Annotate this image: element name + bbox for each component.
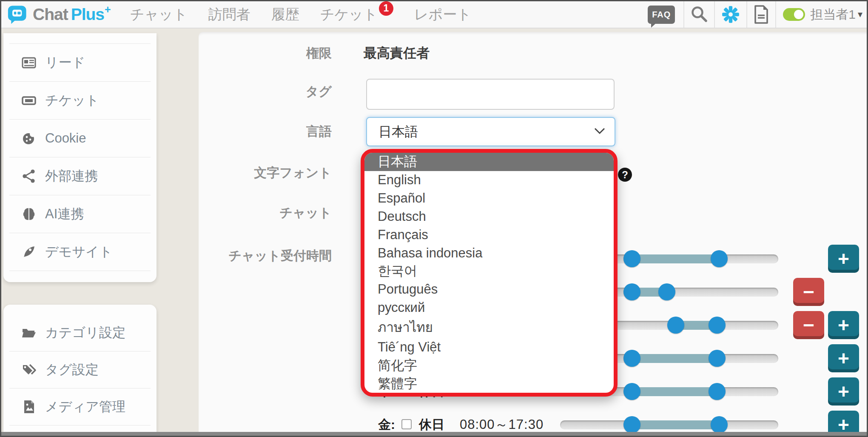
add-slot-button[interactable]: +	[828, 245, 859, 273]
sidebar-item-media[interactable]: メディア管理	[9, 388, 151, 426]
option-thai[interactable]: ภาษาไทย	[364, 317, 614, 338]
sidebar-item-category-settings[interactable]: カテゴリ設定	[9, 314, 151, 351]
toggle-knob	[794, 10, 803, 19]
option-traditional-chinese[interactable]: 繁體字	[364, 374, 614, 393]
day-row-fri-label: 金:	[378, 417, 395, 432]
divider	[714, 1, 715, 28]
media-icon	[20, 399, 37, 414]
slider-row-5-start-handle[interactable]	[623, 383, 640, 400]
nav-item-reports-label: レポート	[414, 5, 471, 24]
faq-icon[interactable]: FAQ	[648, 6, 675, 24]
language-label: 言語	[184, 124, 332, 139]
day-row-fri-holiday-label: 休日	[419, 417, 444, 432]
language-dropdown: 日本語EnglishEspañolDeutschFrançaisBahasa i…	[361, 149, 618, 397]
sidebar-item-ticket[interactable]: チケット	[9, 82, 151, 120]
option-english[interactable]: English	[364, 171, 614, 189]
nav-item-visitors[interactable]: 訪問者	[208, 5, 250, 24]
divider	[683, 1, 684, 28]
lead-icon	[20, 55, 37, 70]
user-menu[interactable]: 担当者1 ▾	[783, 6, 862, 23]
sidebar-item-cookie[interactable]: Cookie	[9, 120, 151, 157]
rocket-icon	[20, 244, 37, 260]
search-icon[interactable]	[690, 6, 708, 23]
slider-row-4-range	[632, 354, 717, 363]
tag-icon	[20, 362, 37, 377]
cookie-icon	[20, 131, 37, 146]
nav-item-chat[interactable]: チャット	[130, 5, 188, 24]
sidebar-item-tag-settings[interactable]: タグ設定	[9, 351, 151, 388]
add-slot-button[interactable]: +	[828, 377, 859, 406]
slider-row-2-start-handle[interactable]	[623, 283, 640, 300]
ai-icon	[20, 206, 37, 222]
slider-row-3-start-handle[interactable]	[667, 317, 684, 334]
document-icon[interactable]	[753, 5, 769, 24]
nav-item-history-label: 履歴	[271, 5, 299, 24]
language-select[interactable]: 日本語	[366, 117, 615, 146]
sidebar-item-lead[interactable]: リード	[9, 44, 151, 82]
remove-slot-button[interactable]: −	[793, 311, 824, 339]
remove-slot-button[interactable]: −	[793, 278, 824, 306]
chatplus-logo[interactable]: Chat Plus +	[7, 4, 111, 25]
chatplus-logo-icon	[7, 4, 29, 25]
slider-row-6-range	[632, 420, 719, 429]
option-simplified-chinese[interactable]: 简化字	[364, 356, 614, 374]
sidebar-item-ai[interactable]: AI連携	[9, 195, 151, 233]
top-bar: Chat Plus + チャット訪問者履歴チケット1レポート FAQ	[1, 1, 867, 29]
option-russian[interactable]: русский	[364, 299, 614, 317]
option-spanish[interactable]: Español	[364, 189, 614, 208]
nav-item-chat-label: チャット	[130, 5, 188, 24]
sidebar-item-external-label: 外部連携	[45, 167, 98, 185]
sidebar-settings: カテゴリ設定タグ設定メディア管理	[3, 305, 157, 437]
slider-row-6-start-handle[interactable]	[623, 416, 640, 433]
add-slot-button[interactable]: +	[828, 311, 859, 339]
faq-label: FAQ	[652, 10, 671, 20]
slider-row-5-range	[632, 387, 717, 396]
sidebar-item-ticket-label: チケット	[45, 91, 99, 109]
option-vietnamese[interactable]: Tiê´ng Việt	[364, 338, 614, 356]
settings-gear-icon[interactable]	[721, 5, 740, 24]
language-select-value: 日本語	[379, 123, 594, 141]
chat-hours-label: チャット受付時間	[184, 248, 332, 263]
option-german[interactable]: Deutsch	[364, 207, 614, 226]
sidebar-item-partial	[9, 33, 151, 44]
tag-label: タグ	[184, 84, 332, 99]
logo-text-sup: +	[105, 3, 111, 16]
chat-label: チャット	[184, 205, 332, 220]
help-icon[interactable]: ?	[618, 168, 632, 182]
ticket-icon	[20, 93, 37, 108]
logo-text-plus: Plus	[71, 5, 104, 24]
tag-input[interactable]	[366, 79, 615, 110]
sidebar-item-cookie-label: Cookie	[45, 131, 86, 146]
option-french[interactable]: Français	[364, 226, 614, 244]
day-row-fri-time: 08:00～17:30	[460, 417, 544, 432]
sidebar-item-demosite-label: デモサイト	[45, 243, 113, 261]
nav-item-tickets[interactable]: チケット1	[320, 5, 393, 24]
folder-icon	[20, 325, 37, 340]
window-bottom-strip	[1, 432, 867, 436]
option-japanese[interactable]: 日本語	[364, 153, 614, 171]
option-portuguese[interactable]: Português	[364, 280, 614, 299]
slider-row-1-range	[632, 254, 719, 263]
chevron-down-icon	[594, 128, 605, 136]
sidebar-item-category-settings-label: カテゴリ設定	[45, 324, 125, 342]
nav-item-history[interactable]: 履歴	[271, 5, 299, 24]
share-icon	[20, 169, 37, 184]
notification-badge: 1	[379, 1, 393, 16]
option-korean[interactable]: 한국어	[364, 262, 614, 280]
nav-item-reports[interactable]: レポート	[414, 5, 471, 24]
online-toggle[interactable]	[783, 8, 805, 21]
day-row-fri-holiday-checkbox[interactable]	[401, 419, 412, 429]
sidebar-item-lead-label: リード	[45, 54, 85, 71]
sidebar-item-ai-label: AI連携	[45, 205, 84, 223]
option-indonesian[interactable]: Bahasa indonesia	[364, 244, 614, 262]
slider-row-1-start-handle[interactable]	[623, 250, 640, 267]
add-slot-button[interactable]: +	[828, 344, 859, 372]
caret-down-icon: ▾	[858, 9, 862, 20]
divider	[746, 1, 747, 28]
sidebar-item-tag-settings-label: タグ設定	[45, 361, 98, 379]
sidebar-item-external[interactable]: 外部連携	[9, 157, 151, 195]
nav-item-visitors-label: 訪問者	[208, 5, 250, 24]
slider-row-4-start-handle[interactable]	[623, 350, 640, 367]
permission-value: 最高責任者	[364, 46, 430, 61]
sidebar-item-demosite[interactable]: デモサイト	[9, 233, 151, 271]
